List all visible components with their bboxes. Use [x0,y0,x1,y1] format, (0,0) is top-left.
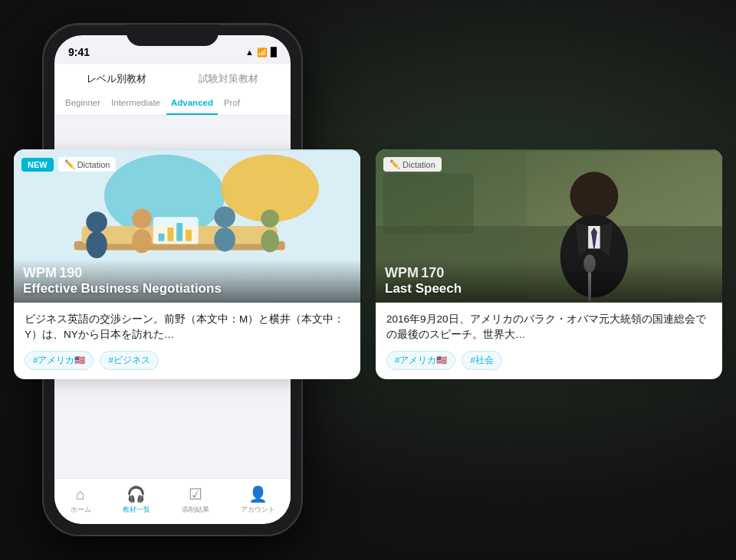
badge-dictation-2: ✏️ Dictation [383,157,442,172]
cards-area: NEW ✏️ Dictation WPM 190 Effective Busin… [14,149,722,379]
card1-bottom-overlay: WPM 190 Effective Business Negotiations [14,259,360,303]
svg-point-5 [86,211,107,233]
card1-body: ビジネス英語の交渉シーン。前野（本文中：M）と横井（本文中：Y）は、NYから日本… [14,303,360,379]
nav-account-label: アカウント [241,505,275,515]
nav-materials-label: 教材一覧 [123,505,150,515]
card2-thumbnail: ✏️ Dictation WPM 170 Last Speech [376,149,722,303]
svg-rect-15 [167,228,173,241]
svg-point-9 [214,206,235,228]
signal-icon: ▲ [245,47,254,57]
svg-rect-14 [159,234,165,241]
battery-icon: ▉ [271,47,277,57]
card1-wpm: WPM 190 [23,265,351,281]
tag-society[interactable]: #社会 [462,351,501,370]
home-icon: ⌂ [76,486,85,503]
svg-rect-29 [383,173,474,234]
card1-tags: #アメリカ🇺🇸 #ビジネス [25,351,350,370]
phone-notch [127,25,219,46]
main-tabs: レベル別教材 試験対策教材 [54,64,291,92]
pencil-icon-2: ✏️ [389,159,400,169]
card2-title: Last Speech [385,281,713,296]
tab-beginner[interactable]: Beginner [61,92,105,115]
svg-point-10 [214,228,235,251]
nav-results-label: 添削結果 [182,505,209,515]
card2-tags: #アメリカ🇺🇸 #社会 [386,351,711,370]
card1-thumbnail: NEW ✏️ Dictation WPM 190 Effective Busin… [14,149,360,303]
card2-badge-row: ✏️ Dictation [383,157,442,172]
tag-america-1[interactable]: #アメリカ🇺🇸 [25,351,94,370]
svg-rect-17 [186,230,192,241]
tag-america-2[interactable]: #アメリカ🇺🇸 [386,351,455,370]
card2-bottom-overlay: WPM 170 Last Speech [376,259,722,303]
card-business[interactable]: NEW ✏️ Dictation WPM 190 Effective Busin… [14,149,360,379]
svg-point-11 [261,209,279,228]
svg-rect-16 [176,223,182,241]
card2-body: 2016年9月20日、アメリカのバラク・オバマ元大統領の国連総会での最後のスピー… [376,303,722,379]
svg-point-7 [132,208,152,228]
card1-badge-row: NEW ✏️ Dictation [21,157,116,172]
svg-point-12 [261,230,279,252]
card-obama[interactable]: ✏️ Dictation WPM 170 Last Speech 2016年9月… [376,149,722,379]
tag-business[interactable]: #ビジネス [100,351,158,370]
nav-home-label: ホーム [71,505,91,515]
nav-home[interactable]: ⌂ ホーム [71,486,91,515]
wifi-icon: 📶 [257,47,268,57]
card2-description: 2016年9月20日、アメリカのバラク・オバマ元大統領の国連総会での最後のスピー… [386,312,711,343]
level-tabs: Beginner Intermediate Advanced Prof [54,92,291,116]
status-time: 9:41 [68,46,90,58]
headphone-icon: 🎧 [127,485,146,503]
status-icons: ▲ 📶 ▉ [245,47,277,57]
bottom-nav: ⌂ ホーム 🎧 教材一覧 ☑ 添削結果 👤 アカウント [54,478,291,524]
tab-advanced[interactable]: Advanced [166,92,218,115]
badge-dictation-1: ✏️ Dictation [58,157,117,172]
card1-description: ビジネス英語の交渉シーン。前野（本文中：M）と横井（本文中：Y）は、NYから日本… [25,312,350,343]
nav-account[interactable]: 👤 アカウント [241,485,275,515]
check-icon: ☑ [189,485,202,503]
tab-exam-materials[interactable]: 試験対策教材 [192,69,264,89]
tab-prof[interactable]: Prof [219,92,245,115]
nav-materials[interactable]: 🎧 教材一覧 [123,485,150,515]
card1-title: Effective Business Negotiations [23,281,351,296]
pencil-icon-1: ✏️ [64,159,75,169]
badge-new: NEW [21,158,54,172]
person-icon: 👤 [248,485,268,503]
phone-header: レベル別教材 試験対策教材 Beginner Intermediate Adva… [54,64,291,116]
svg-point-8 [132,229,152,253]
tab-intermediate[interactable]: Intermediate [107,92,165,115]
nav-results[interactable]: ☑ 添削結果 [182,485,209,515]
svg-point-20 [570,172,619,220]
card2-wpm: WPM 170 [385,265,713,281]
tab-level-materials[interactable]: レベル別教材 [80,69,153,89]
svg-point-6 [86,231,107,258]
